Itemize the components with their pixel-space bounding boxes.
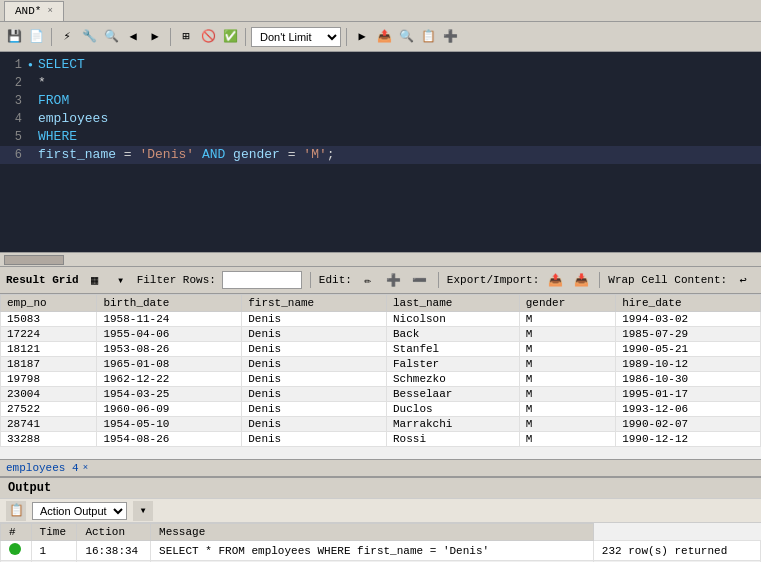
- result-tab-close[interactable]: ×: [83, 463, 88, 473]
- table-cell: 1990-05-21: [616, 342, 761, 357]
- scroll-thumb[interactable]: [4, 255, 64, 265]
- line-number: 6: [0, 146, 28, 164]
- table-cell: Besselaar: [387, 387, 520, 402]
- table-row[interactable]: 230041954-03-25DenisBesselaarM1995-01-17: [1, 387, 761, 402]
- tab-close-button[interactable]: ×: [47, 6, 52, 16]
- table-row[interactable]: 181211953-08-26DenisStanfelM1990-05-21: [1, 342, 761, 357]
- status-dot: [9, 543, 21, 555]
- output-row[interactable]: 116:38:34SELECT * FROM employees WHERE f…: [1, 541, 761, 561]
- sql-editor[interactable]: 1●SELECT2 *3FROM4 employees5WHERE6 first…: [0, 52, 761, 252]
- table-cell: M: [519, 312, 615, 327]
- table-row[interactable]: 197981962-12-22DenisSchmezkoM1986-10-30: [1, 372, 761, 387]
- table-row[interactable]: 150831958-11-24DenisNicolsonM1994-03-02: [1, 312, 761, 327]
- execute-button[interactable]: ⚡: [57, 27, 77, 47]
- new-button[interactable]: 📄: [26, 27, 46, 47]
- sep: [310, 272, 311, 288]
- filter-rows-label: Filter Rows:: [137, 274, 216, 286]
- table-cell: 19798: [1, 372, 97, 387]
- table-cell: 1990-02-07: [616, 417, 761, 432]
- table-cell: 1985-07-29: [616, 327, 761, 342]
- toolbar-separator-3: [245, 28, 246, 46]
- table-cell: 18121: [1, 342, 97, 357]
- tab-label: AND*: [15, 5, 41, 17]
- output-row-message: 232 row(s) returned: [593, 541, 760, 561]
- editor-line-4: 4 employees: [0, 110, 761, 128]
- sep3: [599, 272, 600, 288]
- table-cell: 17224: [1, 327, 97, 342]
- table-row[interactable]: 275221960-06-09DenisDuclosM1993-12-06: [1, 402, 761, 417]
- table-cell: 1989-10-12: [616, 357, 761, 372]
- output-header: Output: [0, 478, 761, 499]
- help-btn[interactable]: ➕: [440, 27, 460, 47]
- table-cell: 15083: [1, 312, 97, 327]
- editor-toolbar: 💾 📄 ⚡ 🔧 🔍 ◀ ▶ ⊞ 🚫 ✅ Don't Limit ▶ 📤 🔍 📋 …: [0, 22, 761, 52]
- table-row[interactable]: 172241955-04-06DenisBackM1985-07-29: [1, 327, 761, 342]
- filter-input[interactable]: [222, 271, 302, 289]
- result-tab[interactable]: employees 4: [6, 462, 79, 474]
- table-row[interactable]: 287411954-05-10DenisMarrakchiM1990-02-07: [1, 417, 761, 432]
- output-action-dropdown[interactable]: Action Output: [32, 502, 127, 520]
- table-cell: Stanfel: [387, 342, 520, 357]
- grid-button[interactable]: ⊞: [176, 27, 196, 47]
- search-button[interactable]: 🔍: [101, 27, 121, 47]
- table-cell: M: [519, 387, 615, 402]
- zoom-btn[interactable]: 🔍: [396, 27, 416, 47]
- editor-tab[interactable]: AND* ×: [4, 1, 64, 21]
- line-content: SELECT: [38, 56, 85, 74]
- line-number: 5: [0, 128, 28, 146]
- stop-button[interactable]: 🚫: [198, 27, 218, 47]
- edit-btn-3[interactable]: ➖: [410, 270, 430, 290]
- output-column-header: Action: [77, 524, 151, 541]
- export-label: Export/Import:: [447, 274, 539, 286]
- line-content: first_name = 'Denis' AND gender = 'M';: [38, 146, 335, 164]
- table-cell: Denis: [242, 387, 387, 402]
- edit-btn-2[interactable]: ➕: [384, 270, 404, 290]
- table-cell: 1986-10-30: [616, 372, 761, 387]
- table-cell: Denis: [242, 342, 387, 357]
- output-column-header: #: [1, 524, 32, 541]
- output-row-action: SELECT * FROM employees WHERE first_name…: [151, 541, 594, 561]
- table-cell: Denis: [242, 327, 387, 342]
- table-cell: Denis: [242, 402, 387, 417]
- save-button[interactable]: 💾: [4, 27, 24, 47]
- run-btn[interactable]: ▶: [352, 27, 372, 47]
- export-btn-2[interactable]: 📥: [571, 270, 591, 290]
- table-row[interactable]: 181871965-01-08DenisFalsterM1989-10-12: [1, 357, 761, 372]
- table-cell: 1954-05-10: [97, 417, 242, 432]
- wrap-label: Wrap Cell Content:: [608, 274, 727, 286]
- edit-btn-1[interactable]: ✏️: [358, 270, 378, 290]
- table-cell: M: [519, 342, 615, 357]
- result-tab-row: employees 4 ×: [0, 459, 761, 476]
- wrap-btn[interactable]: ↩: [733, 270, 753, 290]
- back-button[interactable]: ◀: [123, 27, 143, 47]
- table-cell: 1958-11-24: [97, 312, 242, 327]
- table-cell: M: [519, 327, 615, 342]
- table-cell: Back: [387, 327, 520, 342]
- export-btn[interactable]: 📤: [374, 27, 394, 47]
- table-cell: 1995-01-17: [616, 387, 761, 402]
- editor-line-6: 6 first_name = 'Denis' AND gender = 'M';: [0, 146, 761, 164]
- options-btn[interactable]: 📋: [418, 27, 438, 47]
- table-cell: Schmezko: [387, 372, 520, 387]
- toolbar-separator-2: [170, 28, 171, 46]
- table-cell: Denis: [242, 417, 387, 432]
- table-row[interactable]: 332881954-08-26DenisRossiM1990-12-12: [1, 432, 761, 447]
- table-cell: 33288: [1, 432, 97, 447]
- commit-button[interactable]: ✅: [220, 27, 240, 47]
- table-cell: 1960-06-09: [97, 402, 242, 417]
- line-number: 1: [0, 56, 28, 74]
- export-btn-1[interactable]: 📤: [545, 270, 565, 290]
- output-panel: Output 📋 Action Output ▾ #TimeActionMess…: [0, 476, 761, 562]
- table-cell: 23004: [1, 387, 97, 402]
- output-row-time: 16:38:34: [77, 541, 151, 561]
- table-cell: Denis: [242, 372, 387, 387]
- editor-line-1: 1●SELECT: [0, 56, 761, 74]
- toolbar-separator-4: [346, 28, 347, 46]
- limit-dropdown[interactable]: Don't Limit: [251, 27, 341, 47]
- output-table-wrap: #TimeActionMessage 116:38:34SELECT * FRO…: [0, 523, 761, 562]
- output-dropdown-arrow[interactable]: ▾: [133, 501, 153, 521]
- horizontal-scrollbar[interactable]: [0, 252, 761, 266]
- result-grid-toolbar: Result Grid ▦ ▾ Filter Rows: Edit: ✏️ ➕ …: [0, 266, 761, 294]
- forward-button[interactable]: ▶: [145, 27, 165, 47]
- execute-selection-button[interactable]: 🔧: [79, 27, 99, 47]
